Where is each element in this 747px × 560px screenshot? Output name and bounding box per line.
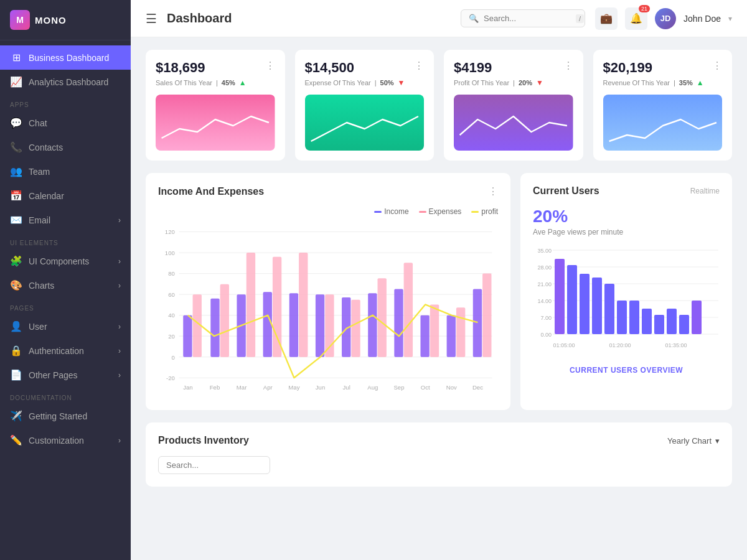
section-label-ui: UI ELEMENTS xyxy=(0,232,131,249)
current-users-sub: Ave Page views per minute xyxy=(533,228,720,236)
products-header: Products Inventory Yearly Chart ▾ xyxy=(158,435,720,446)
chevron-down-icon: ▾ xyxy=(715,436,720,446)
sidebar-item-label: Chat xyxy=(29,118,47,128)
svg-text:Mar: Mar xyxy=(237,384,247,391)
sidebar-item-label: UI Components xyxy=(29,256,89,266)
sidebar-item-team[interactable]: 👥 Team xyxy=(0,159,131,184)
svg-text:Jul: Jul xyxy=(343,384,350,391)
svg-rect-35 xyxy=(378,278,387,357)
hamburger-icon[interactable]: ☰ xyxy=(146,11,157,26)
search-box[interactable]: 🔍 / xyxy=(461,9,585,27)
sidebar-item-label: Business Dashboard xyxy=(29,53,109,63)
search-input[interactable] xyxy=(484,14,571,23)
svg-rect-76 xyxy=(654,315,664,334)
sidebar-item-label: Authentication xyxy=(29,346,84,356)
bar-chart-area: 120 100 80 60 40 20 0 -20 xyxy=(158,223,498,398)
briefcase-button[interactable]: 💼 xyxy=(595,7,618,30)
current-users-header: Current Users Realtime xyxy=(533,185,720,197)
svg-text:01:05:00: 01:05:00 xyxy=(553,342,575,348)
current-users-title: Current Users xyxy=(533,185,599,197)
yearly-chart-filter[interactable]: Yearly Chart ▾ xyxy=(667,436,720,446)
sidebar-item-charts[interactable]: 🎨 Charts › xyxy=(0,273,131,297)
stat-card-sales: $18,699 ⋮ Sales Of This Year | 45% ▲ xyxy=(146,50,285,161)
sidebar-item-ui-components[interactable]: 🧩 UI Components › xyxy=(0,249,131,273)
notification-button[interactable]: 🔔 21 xyxy=(625,7,647,30)
sidebar-item-label: Calendar xyxy=(29,191,64,201)
svg-rect-22 xyxy=(210,299,219,357)
stats-grid: $18,699 ⋮ Sales Of This Year | 45% ▲ xyxy=(146,50,732,161)
components-icon: 🧩 xyxy=(10,255,22,267)
section-label-pages: PAGES xyxy=(0,297,131,314)
logo-area: M MONO xyxy=(0,0,131,40)
realtime-label: Realtime xyxy=(690,187,720,195)
trend-down-icon: ▼ xyxy=(398,78,405,87)
svg-text:35.00: 35.00 xyxy=(537,248,552,254)
svg-text:-20: -20 xyxy=(166,375,175,381)
trend-up-icon: ▲ xyxy=(239,78,247,87)
sidebar-item-other-pages[interactable]: 📄 Other Pages › xyxy=(0,363,131,387)
briefcase-icon: 💼 xyxy=(600,12,613,24)
sidebar-item-customization[interactable]: ✏️ Customization › xyxy=(0,428,131,452)
pages-icon: 📄 xyxy=(10,369,22,381)
stat-meta-expense: Expense Of This Year | 50% ▼ xyxy=(305,78,425,87)
products-inventory-card: Products Inventory Yearly Chart ▾ xyxy=(146,422,732,487)
sidebar-item-business-dashboard[interactable]: ⊞ Business Dashboard xyxy=(0,45,131,70)
stat-meta-sales: Sales Of This Year | 45% ▲ xyxy=(156,78,275,87)
svg-text:Apr: Apr xyxy=(263,384,273,391)
svg-rect-34 xyxy=(368,293,377,357)
sidebar-item-authentication[interactable]: 🔒 Authentication › xyxy=(0,338,131,363)
topbar: ☰ Dashboard 🔍 / 💼 🔔 21 JD John Doe ▾ xyxy=(131,0,747,37)
current-users-card: Current Users Realtime 20% Ave Page view… xyxy=(520,173,732,410)
logo-text: MONO xyxy=(35,15,67,26)
svg-text:Sep: Sep xyxy=(393,384,404,391)
more-options-sales[interactable]: ⋮ xyxy=(265,60,275,72)
more-options-expense[interactable]: ⋮ xyxy=(414,60,424,72)
stat-value-revenue: $20,199 xyxy=(603,60,653,76)
lock-icon: 🔒 xyxy=(10,345,22,357)
user-icon: 👤 xyxy=(10,320,22,332)
more-options-profit[interactable]: ⋮ xyxy=(563,60,573,72)
chevron-down-icon[interactable]: ▾ xyxy=(728,14,732,23)
svg-rect-75 xyxy=(642,309,652,334)
svg-rect-71 xyxy=(592,278,602,334)
sidebar-item-email[interactable]: ✉️ Email › xyxy=(0,208,131,232)
legend-profit: profit xyxy=(471,207,498,216)
svg-text:Nov: Nov xyxy=(446,384,457,391)
more-options-revenue[interactable]: ⋮ xyxy=(712,60,722,72)
content-area: $18,699 ⋮ Sales Of This Year | 45% ▲ xyxy=(131,37,747,560)
svg-text:28.00: 28.00 xyxy=(537,264,552,271)
search-icon: 🔍 xyxy=(469,14,479,23)
svg-rect-77 xyxy=(667,309,677,334)
chevron-right-icon: › xyxy=(118,371,121,380)
chevron-right-icon: › xyxy=(118,436,121,445)
user-name: John Doe xyxy=(684,14,721,24)
svg-rect-73 xyxy=(617,301,627,334)
svg-text:80: 80 xyxy=(168,270,175,277)
sidebar-item-label: Contacts xyxy=(29,142,63,152)
sidebar-item-chat[interactable]: 💬 Chat xyxy=(0,111,131,135)
sidebar-item-analytics-dashboard[interactable]: 📈 Analytics Dashboard xyxy=(0,70,131,94)
svg-rect-78 xyxy=(679,315,689,334)
svg-rect-33 xyxy=(351,300,360,357)
more-options-income[interactable]: ⋮ xyxy=(488,185,498,197)
avatar: JD xyxy=(655,8,676,29)
products-search-input[interactable] xyxy=(158,456,270,474)
sidebar-item-calendar[interactable]: 📅 Calendar xyxy=(0,184,131,208)
svg-rect-39 xyxy=(430,304,439,357)
chevron-right-icon: › xyxy=(118,322,121,331)
current-users-pct: 20% xyxy=(533,207,720,226)
svg-rect-29 xyxy=(299,253,308,357)
sidebar-item-user[interactable]: 👤 User › xyxy=(0,314,131,338)
sidebar-item-getting-started[interactable]: ✈️ Getting Started xyxy=(0,404,131,428)
current-users-overview-link[interactable]: CURRENT USERS OVERVIEW xyxy=(533,358,720,375)
chevron-right-icon: › xyxy=(118,257,121,266)
svg-rect-3 xyxy=(603,95,723,151)
search-shortcut: / xyxy=(576,14,584,23)
svg-text:60: 60 xyxy=(168,291,175,298)
legend-expenses: Expenses xyxy=(419,207,462,216)
svg-rect-27 xyxy=(273,257,281,357)
sidebar-item-contacts[interactable]: 📞 Contacts xyxy=(0,135,131,159)
svg-rect-2 xyxy=(454,95,573,151)
notification-badge: 21 xyxy=(639,5,650,12)
sidebar-item-label: Other Pages xyxy=(29,370,78,380)
